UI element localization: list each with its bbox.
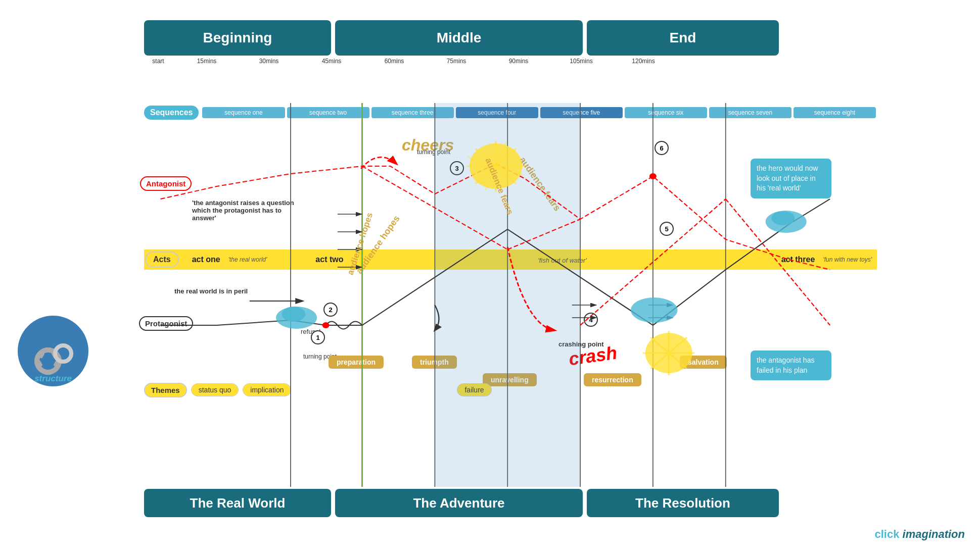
circle-1: 1 — [311, 330, 325, 344]
protagonist-label: Protagonist — [139, 316, 193, 331]
seq-3: sequence three — [371, 107, 454, 118]
section-beginning: Beginning — [144, 20, 331, 56]
time-105: 105mins — [570, 58, 592, 65]
seq-7: sequence seven — [709, 107, 791, 118]
theme-status-quo: status quo — [191, 383, 239, 396]
time-90: 90mins — [509, 58, 529, 65]
section-middle: Middle — [335, 20, 583, 56]
seq-1: sequence one — [202, 107, 285, 118]
seq-6: sequence six — [625, 107, 707, 118]
svg-rect-8 — [435, 103, 580, 487]
world-adventure: The Adventure — [335, 489, 583, 517]
act-three-subtitle: 'fun with new toys' — [823, 256, 872, 263]
seq-2: sequence two — [287, 107, 369, 118]
time-15: 15mins — [197, 58, 217, 65]
sequences-label: Sequences — [144, 106, 199, 120]
acts-row: Acts act one 'the real world' act two 'f… — [144, 249, 877, 270]
themes-label: Themes — [144, 383, 187, 397]
circle-3: 3 — [450, 161, 464, 175]
real-world-peril: the real world is in peril — [174, 287, 248, 295]
time-45: 45mins — [322, 58, 342, 65]
time-start: start — [152, 58, 164, 65]
circle-2: 2 — [323, 303, 338, 317]
svg-point-56 — [60, 350, 66, 357]
hero-callout: the hero would now look out of place in … — [751, 159, 831, 198]
timeline-ruler: start 15mins 30mins 45mins 60mins 75mins… — [144, 58, 877, 78]
click-imagination: click imagination — [874, 528, 965, 541]
time-120: 120mins — [632, 58, 655, 65]
cheers-text: cheers — [402, 136, 454, 155]
circle-6: 6 — [655, 141, 669, 155]
imagination-word: imagination — [903, 528, 965, 540]
section-headers: Beginning Middle End — [144, 20, 877, 56]
stage-triumpth: triumpth — [412, 356, 457, 369]
section-end: End — [587, 20, 779, 56]
svg-point-28 — [649, 173, 657, 179]
audience-fears: audience fears — [517, 155, 563, 213]
seq-5: sequence five — [540, 107, 623, 118]
svg-text:structure: structure — [34, 374, 72, 383]
act-one: act one — [184, 255, 228, 264]
themes-row: Themes status quo implication failure — [144, 381, 877, 399]
world-resolution: The Resolution — [587, 489, 779, 517]
content-area: Sequences sequence one sequence two sequ… — [144, 78, 877, 517]
bottom-labels: The Real World The Adventure The Resolut… — [144, 489, 877, 517]
svg-point-41 — [276, 307, 317, 329]
seq-8: sequence eight — [794, 107, 876, 118]
fish-water: 'fish out of water' — [351, 256, 773, 264]
svg-point-48 — [44, 357, 52, 365]
time-75: 75mins — [447, 58, 466, 65]
theme-implication: implication — [243, 383, 291, 396]
svg-point-45 — [771, 211, 795, 225]
time-60: 60mins — [385, 58, 404, 65]
svg-point-44 — [766, 211, 807, 233]
svg-line-15 — [507, 219, 580, 249]
antagonist-quote: 'the antagonist raises a question which … — [192, 199, 303, 222]
circle-4: 4 — [584, 313, 598, 327]
click-text: click — [874, 528, 899, 540]
svg-line-11 — [653, 270, 726, 325]
act-two: act two — [307, 255, 351, 264]
acts-label: Acts — [145, 252, 179, 268]
antagonist-failed-callout: the antagonist has failed in his plan — [751, 350, 831, 380]
svg-point-27 — [322, 322, 330, 328]
act-three: act three — [773, 255, 823, 264]
sequences-row: Sequences sequence one sequence two sequ… — [144, 103, 877, 122]
structure-logo: structure — [15, 313, 91, 389]
seq-4: sequence four — [456, 107, 538, 118]
svg-point-42 — [282, 307, 305, 322]
svg-rect-49 — [45, 347, 51, 353]
world-real: The Real World — [144, 489, 331, 517]
theme-failure: failure — [457, 383, 491, 396]
main-container: Beginning Middle End start 15mins 30mins… — [144, 20, 877, 530]
svg-line-10 — [507, 229, 653, 325]
circle-5: 5 — [660, 222, 674, 236]
svg-line-13 — [789, 199, 830, 224]
stage-preparation: preparation — [329, 356, 384, 369]
stage-salvation: salvation — [680, 356, 727, 369]
diagram-svg — [144, 78, 877, 517]
antagonist-label: Antagonist — [140, 176, 192, 191]
time-30: 30mins — [259, 58, 279, 65]
audience-fears-text: audience fears — [483, 157, 515, 216]
act-one-subtitle: 'the real world' — [228, 256, 267, 263]
svg-point-43 — [631, 297, 678, 323]
